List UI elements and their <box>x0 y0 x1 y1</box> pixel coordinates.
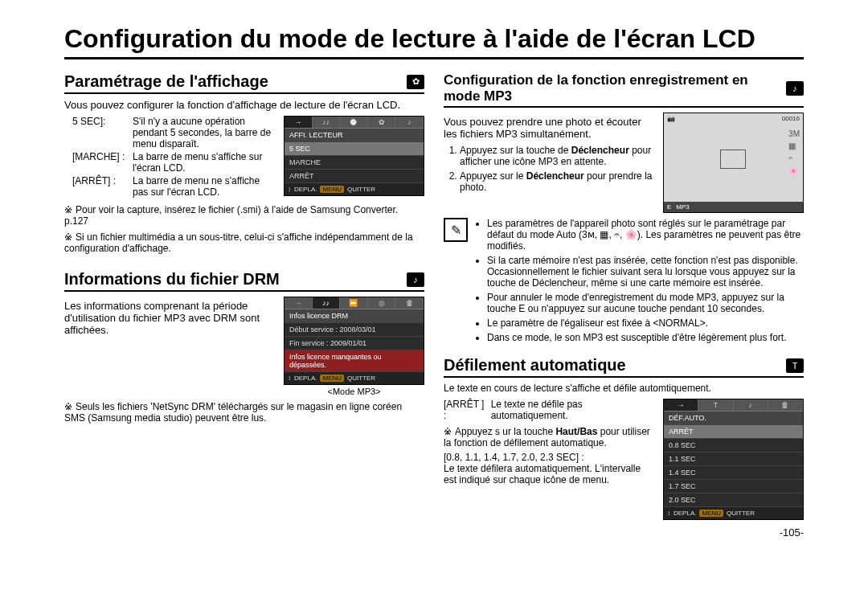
info-item: Si la carte mémoire n'est pas insérée, c… <box>487 255 804 289</box>
arrows-icon: ↕ <box>667 510 670 517</box>
option-label: [MARCHE] : <box>72 151 133 174</box>
menu-item: ARRÊT <box>664 425 803 439</box>
option-value: Le texte ne défile pas automatiquement. <box>491 399 655 421</box>
section-mp3-record: Conﬁguration de la fonction enregistreme… <box>444 71 804 108</box>
counter: 00016 <box>782 115 800 122</box>
section-drm: Informations du ﬁchier DRM ♪ <box>64 268 424 292</box>
mode-icon: 🌸 <box>788 166 800 175</box>
page-number: -105- <box>444 526 804 538</box>
e-label: E <box>667 203 671 211</box>
menu-item: Début service : 2008/03/01 <box>285 323 424 337</box>
footer-move: DEPLA. <box>674 510 696 517</box>
focus-box <box>720 149 746 169</box>
music-icon: ♪ <box>407 272 424 287</box>
menu-tag: MENU <box>320 186 344 193</box>
menu-tag: MENU <box>699 510 723 517</box>
left-column: Paramétrage de l'afﬁchage ✿ Vous pouvez … <box>64 68 424 538</box>
option-value: S'il n'y a aucune opération pendant 5 se… <box>133 116 276 149</box>
right-column: Conﬁguration de la fonction enregistreme… <box>444 68 804 538</box>
option-label: 5 SEC]: <box>72 116 133 149</box>
step: Appuyez sur la touche de Déclencheur pou… <box>460 145 655 167</box>
quality-icon: ▦ <box>788 141 800 150</box>
menu-header: Infos licence DRM <box>285 309 424 323</box>
footer-move: DEPLA. <box>294 186 317 193</box>
section-heading: Informations du ﬁchier DRM <box>64 268 402 290</box>
lcd-screenshot-drm: →♪♪⏩◎🗑 Infos licence DRM Début service :… <box>284 297 424 385</box>
menu-item: 1.4 SEC <box>664 466 803 480</box>
footer-exit: QUITTER <box>347 186 375 193</box>
arrows-icon: ↕ <box>288 375 291 382</box>
section-intro: Vous pouvez prendre une photo et écouter… <box>444 116 655 140</box>
footer-exit: QUITTER <box>727 510 755 517</box>
text-icon: T <box>786 358 804 373</box>
menu-item: 2.0 SEC <box>664 493 803 507</box>
size-badge: 3M <box>788 129 800 138</box>
info-item: Dans ce mode, le son MP3 est susceptible… <box>487 332 804 343</box>
lcd-preview: 📷00016 3M ▦ 𝄐 🌸 EMP3 <box>663 113 804 213</box>
footer-move: DEPLA. <box>294 375 317 382</box>
menu-header: DÉF.AUTO. <box>664 412 803 425</box>
lcd-screenshot-display: →♪♪⌚✿♪ AFFI. LECTEUR 5 SEC MARCHE ARRÊT … <box>284 116 424 196</box>
menu-item: ARRÊT <box>285 170 424 183</box>
section-heading: Paramétrage de l'afﬁchage <box>64 71 402 92</box>
menu-item: 1.1 SEC <box>664 452 803 466</box>
menu-item: Fin service : 2009/01/01 <box>285 337 424 350</box>
note: ※Pour voir la capture, insérez le fichie… <box>64 204 424 227</box>
section-display-settings: Paramétrage de l'afﬁchage ✿ <box>64 71 424 94</box>
display-options-list: 5 SEC]:S'il n'y a aucune opération penda… <box>72 116 276 199</box>
menu-item-error: Infos licence manquantes ou dépassées. <box>285 350 424 372</box>
section-heading: Conﬁguration de la fonction enregistreme… <box>444 71 781 106</box>
option-value: Le texte défilera automatiquement. L'int… <box>444 463 655 485</box>
menu-item: 1.7 SEC <box>664 480 803 493</box>
step: Appuyez sur le Déclencheur pour prendre … <box>460 170 655 193</box>
page-title: Conﬁguration du mode de lecture à l'aide… <box>64 24 804 59</box>
option-value: La barre de menu ne s'affiche pas sur l'… <box>133 175 276 198</box>
note: ※Seuls les fichiers 'NetSync DRM' téléch… <box>64 401 424 424</box>
note: ※Si un fichier multimédia a un sous-titr… <box>64 231 424 254</box>
mp3-label: MP3 <box>676 203 689 211</box>
section-intro: Les informations comprenant la période d… <box>64 300 276 336</box>
gear-icon: ✿ <box>407 75 424 89</box>
menu-tag: MENU <box>320 375 344 382</box>
hint: ※Appuyez s ur la touche Haut/Bas pour ut… <box>444 426 655 448</box>
option-label: [ARRÊT] : <box>72 175 133 198</box>
menu-item: 5 SEC <box>285 142 424 156</box>
info-item: Le paramètre de l'égaliseur est fixée à … <box>487 317 804 329</box>
caption: <Mode MP3> <box>284 387 424 396</box>
music-icon: ♪ <box>786 81 804 96</box>
footer-exit: QUITTER <box>347 375 375 382</box>
flash-icon: 𝄐 <box>788 154 800 163</box>
note-icon: ✎ <box>444 218 468 242</box>
menu-item: 0.8 SEC <box>664 439 803 452</box>
lcd-screenshot-autoscroll: →T♪🗑 DÉF.AUTO. ARRÊT 0.8 SEC 1.1 SEC 1.4… <box>663 399 804 520</box>
menu-header: AFFI. LECTEUR <box>285 129 424 142</box>
info-box: ✎ Les paramètres de l'appareil photo son… <box>444 218 804 346</box>
section-autoscroll: Déﬁlement automatique T <box>444 354 804 378</box>
option-value: La barre de menu s'affiche sur l'écran L… <box>133 151 276 174</box>
arrows-icon: ↕ <box>288 186 291 193</box>
section-heading: Déﬁlement automatique <box>444 354 781 376</box>
section-intro: Le texte en cours de lecture s'affiche e… <box>444 383 804 394</box>
camera-icon: 📷 <box>667 115 675 122</box>
option-label: [0.8, 1.1, 1.4, 1.7, 2.0, 2.3 SEC] : <box>444 452 655 463</box>
info-item: Les paramètres de l'appareil photo sont … <box>487 218 804 252</box>
option-label: [ARRÊT ] : <box>444 399 488 421</box>
steps-list: Appuyez sur la touche de Déclencheur pou… <box>444 145 655 193</box>
section-intro: Vous pouvez configurer la fonction d'aff… <box>64 99 424 111</box>
info-item: Pour annuler le mode d'enregistrement du… <box>487 292 804 314</box>
menu-item: MARCHE <box>285 156 424 170</box>
